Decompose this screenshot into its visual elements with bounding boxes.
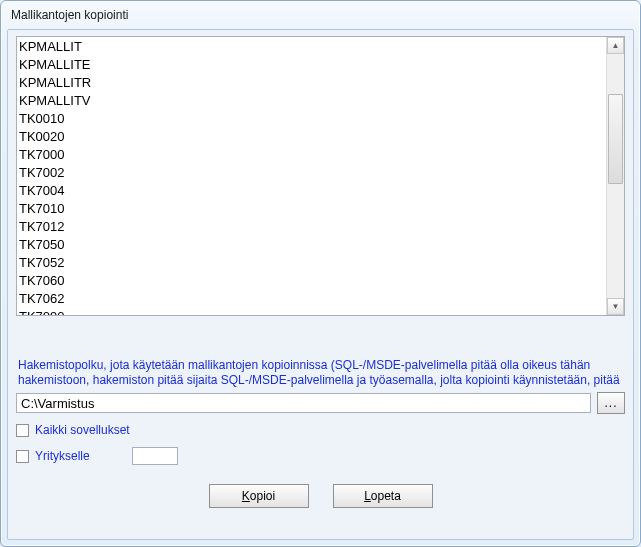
close-button[interactable]: Lopeta <box>333 484 433 508</box>
listbox-viewport: KPMALLITKPMALLITEKPMALLITRKPMALLITVTK001… <box>17 37 607 315</box>
list-item[interactable]: TK7090 <box>19 308 605 315</box>
scroll-track[interactable] <box>607 54 624 298</box>
copy-button[interactable]: Kopioi <box>209 484 309 508</box>
list-item[interactable]: TK7012 <box>19 218 605 236</box>
list-item[interactable]: TK7062 <box>19 290 605 308</box>
company-checkbox[interactable] <box>16 450 29 463</box>
copy-rest: opioi <box>250 489 275 503</box>
list-item[interactable]: KPMALLITE <box>19 56 605 74</box>
list-item[interactable]: TK7060 <box>19 272 605 290</box>
list-item[interactable]: TK0010 <box>19 110 605 128</box>
list-item[interactable]: KPMALLITR <box>19 74 605 92</box>
template-listbox[interactable]: KPMALLITKPMALLITEKPMALLITRKPMALLITVTK001… <box>16 36 625 316</box>
all-apps-row: Kaikki sovellukset <box>16 420 625 440</box>
window-frame: Mallikantojen kopiointi KPMALLITKPMALLIT… <box>0 0 641 547</box>
company-label[interactable]: Yritykselle <box>35 449 90 463</box>
list-item[interactable]: TK0020 <box>19 128 605 146</box>
listbox-scrollbar[interactable]: ▲ ▼ <box>606 37 624 315</box>
list-item[interactable]: TK7002 <box>19 164 605 182</box>
list-item[interactable]: TK7052 <box>19 254 605 272</box>
list-item[interactable]: KPMALLIT <box>19 38 605 56</box>
list-item[interactable]: TK7050 <box>19 236 605 254</box>
path-row: ... <box>16 392 625 414</box>
list-item[interactable]: TK7010 <box>19 200 605 218</box>
window-title: Mallikantojen kopiointi <box>1 1 640 29</box>
copy-hotkey: K <box>242 489 250 503</box>
help-text: Hakemistopolku, jota käytetään mallikant… <box>16 358 625 390</box>
company-row: Yritykselle <box>16 446 625 466</box>
scroll-up-button[interactable]: ▲ <box>607 37 624 54</box>
backup-path-input[interactable] <box>16 393 591 413</box>
close-hotkey: L <box>364 489 371 503</box>
list-item[interactable]: TK7000 <box>19 146 605 164</box>
scroll-down-button[interactable]: ▼ <box>607 298 624 315</box>
chevron-down-icon: ▼ <box>612 303 620 311</box>
close-rest: opeta <box>371 489 401 503</box>
chevron-up-icon: ▲ <box>612 42 620 50</box>
button-row: Kopioi Lopeta <box>16 484 625 508</box>
all-apps-checkbox[interactable] <box>16 424 29 437</box>
all-apps-label[interactable]: Kaikki sovellukset <box>35 423 130 437</box>
company-input[interactable] <box>132 447 178 465</box>
list-item[interactable]: KPMALLITV <box>19 92 605 110</box>
client-area: KPMALLITKPMALLITEKPMALLITRKPMALLITVTK001… <box>7 29 634 540</box>
scroll-thumb[interactable] <box>608 94 623 184</box>
list-item[interactable]: TK7004 <box>19 182 605 200</box>
browse-button[interactable]: ... <box>597 392 625 414</box>
